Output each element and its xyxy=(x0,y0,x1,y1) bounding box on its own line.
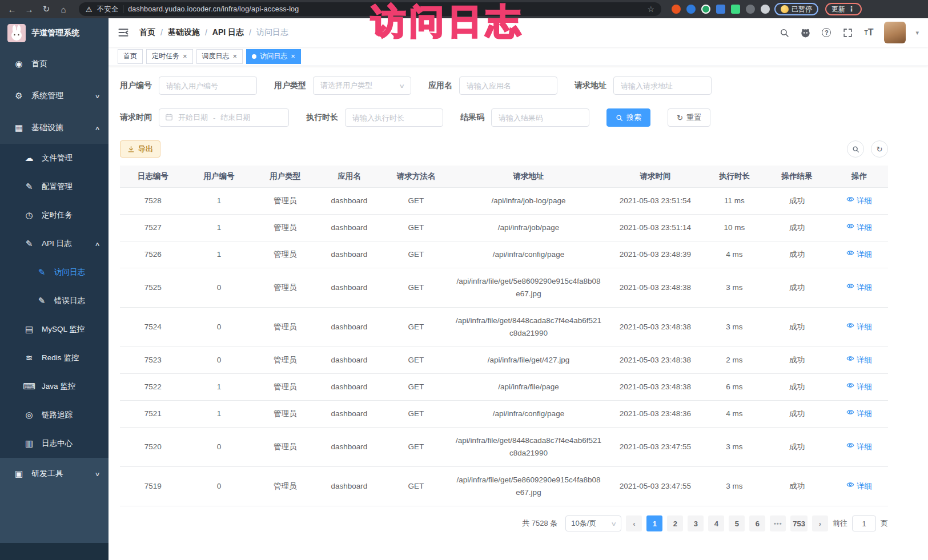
detail-link[interactable]: 详细 xyxy=(846,408,872,420)
sidebar-item-system[interactable]: ⚙系统管理∨ xyxy=(0,80,109,112)
page-button-5[interactable]: 5 xyxy=(729,515,745,531)
user-avatar[interactable] xyxy=(884,22,906,43)
breadcrumb-item[interactable]: API 日志 xyxy=(212,27,244,38)
sidebar-item-log-center[interactable]: ▥日志中心 xyxy=(0,429,109,458)
search-button-label: 搜索 xyxy=(626,112,641,123)
breadcrumb-item: 访问日志 xyxy=(256,27,288,38)
app-name-input[interactable] xyxy=(459,76,557,95)
access-log-icon: ✎ xyxy=(35,267,48,277)
address-bar[interactable]: ⚠ 不安全 dashboard.yudao.iocoder.cn/infra/l… xyxy=(79,2,661,16)
detail-link[interactable]: 详细 xyxy=(846,321,872,333)
detail-link[interactable]: 详细 xyxy=(846,381,872,393)
page-button-1[interactable]: 1 xyxy=(646,515,662,531)
detail-link[interactable]: 详细 xyxy=(846,480,872,493)
table-cell: /api/infra/file/page xyxy=(452,374,605,401)
detail-link[interactable]: 详细 xyxy=(846,281,872,294)
close-icon[interactable]: × xyxy=(233,52,238,61)
pin-extension-icon[interactable] xyxy=(761,5,770,14)
extension-icon[interactable] xyxy=(672,5,681,14)
user-type-select[interactable]: 请选择用户类型∨ xyxy=(313,76,411,95)
tab-定时任务[interactable]: 定时任务× xyxy=(146,49,193,64)
sidebar-item-file[interactable]: ☁文件管理 xyxy=(0,144,109,172)
close-icon[interactable]: × xyxy=(183,52,187,61)
sidebar-item-job[interactable]: ◷定时任务 xyxy=(0,201,109,229)
sidebar-item-label: 基础设施 xyxy=(31,123,63,133)
table-cell: 2021-05-03 23:48:38 xyxy=(605,347,705,374)
search-button[interactable]: 搜索 xyxy=(606,108,650,127)
sidebar-item-access-log[interactable]: ✎访问日志 xyxy=(0,258,109,287)
update-button[interactable]: 更新 ⋮ xyxy=(825,3,862,15)
tab-首页[interactable]: 首页 xyxy=(118,49,143,64)
chevron-down-icon[interactable]: ▾ xyxy=(915,29,919,37)
fullscreen-icon[interactable] xyxy=(842,27,853,38)
column-header: 执行时长 xyxy=(705,166,764,188)
detail-link[interactable]: 详细 xyxy=(846,441,872,453)
filter-label: 执行时长 xyxy=(306,112,338,123)
sidebar-item-infra[interactable]: ▦基础设施∧ xyxy=(0,112,109,144)
table-cell: 2021-05-03 23:48:38 xyxy=(605,308,705,347)
back-icon[interactable]: ← xyxy=(6,5,18,14)
extension-icon[interactable] xyxy=(686,5,696,14)
sidebar-item-api-log[interactable]: ✎API 日志∧ xyxy=(0,229,109,258)
detail-link[interactable]: 详细 xyxy=(846,354,872,366)
table-row: 75281管理员dashboardGET/api/infra/job-log/p… xyxy=(120,188,888,215)
help-icon[interactable]: ? xyxy=(821,27,832,38)
page-button-2[interactable]: 2 xyxy=(667,515,683,531)
req-time-daterange[interactable]: 开始日期-结束日期 xyxy=(159,108,289,127)
refresh-icon[interactable]: ↻ xyxy=(871,140,888,158)
page-button-4[interactable]: 4 xyxy=(708,515,724,531)
prev-page-button[interactable]: ‹ xyxy=(626,515,642,531)
reload-icon[interactable]: ↻ xyxy=(40,4,53,14)
sidebar-item-redis[interactable]: ≋Redis 监控 xyxy=(0,344,109,372)
sidebar-item-devtool[interactable]: ▣研发工具∨ xyxy=(0,458,109,490)
column-header: 应用名 xyxy=(318,166,380,188)
detail-link[interactable]: 详细 xyxy=(846,248,872,261)
extension-icon[interactable] xyxy=(746,5,755,14)
sidebar-item-mysql[interactable]: ▤MySQL 监控 xyxy=(0,315,109,344)
browser-menu-icon[interactable]: ⋮ xyxy=(848,5,855,13)
toggle-search-icon[interactable] xyxy=(847,140,864,158)
page-button-753[interactable]: 753 xyxy=(790,515,808,531)
breadcrumb-item[interactable]: 基础设施 xyxy=(168,27,200,38)
github-icon[interactable] xyxy=(800,27,811,38)
detail-link[interactable]: 详细 xyxy=(846,195,872,207)
next-page-button[interactable]: › xyxy=(812,515,828,531)
extension-icon[interactable] xyxy=(701,5,710,14)
export-button[interactable]: 导出 xyxy=(120,140,160,158)
tab-label: 定时任务 xyxy=(152,51,179,61)
extension-icon[interactable] xyxy=(731,5,740,14)
table-cell: 2021-05-03 23:48:38 xyxy=(605,268,705,308)
reset-button[interactable]: ↻重置 xyxy=(668,108,710,127)
home-icon[interactable]: ⌂ xyxy=(57,5,70,14)
user-id-input[interactable] xyxy=(159,76,257,95)
search-icon[interactable] xyxy=(778,27,790,38)
sidebar-item-error-log[interactable]: ✎错误日志 xyxy=(0,287,109,315)
req-url-input[interactable] xyxy=(613,76,712,95)
tab-调度日志[interactable]: 调度日志× xyxy=(196,49,243,64)
font-size-icon[interactable]: TT xyxy=(863,27,874,38)
duration-input[interactable] xyxy=(345,108,443,127)
bookmark-star-icon[interactable]: ☆ xyxy=(647,5,654,14)
sidebar-item-config[interactable]: ✎配置管理 xyxy=(0,172,109,201)
sidebar-item-java[interactable]: ⌨Java 监控 xyxy=(0,372,109,401)
breadcrumb-item[interactable]: 首页 xyxy=(139,27,155,38)
page-button-3[interactable]: 3 xyxy=(688,515,704,531)
page-size-select[interactable]: 10条/页∨ xyxy=(565,515,621,531)
goto-page-input[interactable] xyxy=(852,515,876,531)
page-button-6[interactable]: 6 xyxy=(749,515,765,531)
eye-icon xyxy=(846,408,854,420)
result-code-input[interactable] xyxy=(491,108,589,127)
paused-badge[interactable]: 已暂停 xyxy=(774,3,818,15)
tab-访问日志[interactable]: 访问日志× xyxy=(246,49,301,64)
extension-icon[interactable] xyxy=(716,5,725,14)
hamburger-icon[interactable] xyxy=(118,27,129,38)
table-cell: GET xyxy=(380,374,452,401)
forward-icon[interactable]: → xyxy=(23,5,35,14)
close-icon[interactable]: × xyxy=(291,52,295,61)
chevron-up-icon: ∧ xyxy=(94,241,100,247)
sidebar-item-home[interactable]: ◉首页 xyxy=(0,48,109,80)
date-start-placeholder: 开始日期 xyxy=(178,112,208,123)
sidebar-logo-row[interactable]: 芋道管理系统 xyxy=(0,18,109,48)
sidebar-item-trace[interactable]: ◎链路追踪 xyxy=(0,401,109,429)
detail-link[interactable]: 详细 xyxy=(846,221,872,234)
